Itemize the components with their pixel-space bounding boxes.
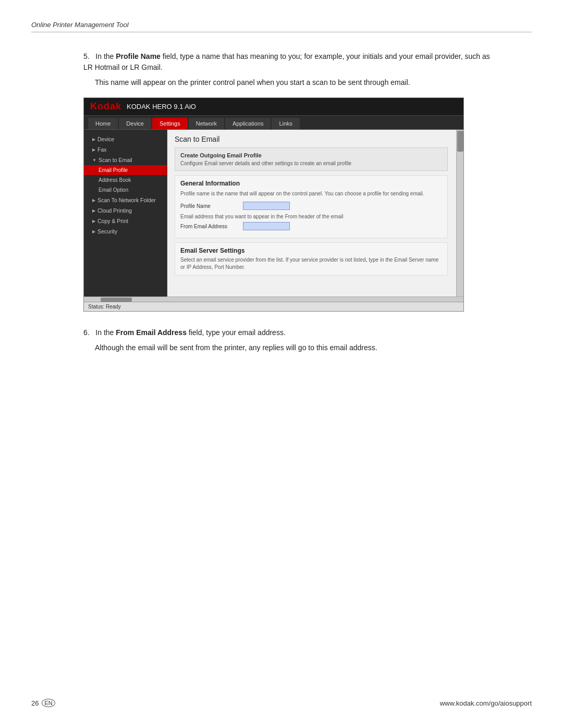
step-5-text: 5. In the Profile Name field, type a nam… — [83, 51, 500, 73]
create-section-title: Create Outgoing Email Profile — [180, 152, 442, 158]
step-6-text-after: field, type your email address. — [187, 328, 286, 337]
header-title: Online Printer Management Tool — [31, 21, 129, 29]
general-info-section: General Information Profile name is the … — [175, 175, 448, 238]
step-6: 6. In the From Email Address field, type… — [83, 327, 500, 353]
status-text: Status: Ready — [88, 304, 121, 310]
sidebar-label-copy-print: Copy & Print — [97, 218, 128, 224]
step-6-bold: From Email Address — [116, 328, 187, 337]
main-content-area: Scan to Email Create Outgoing Email Prof… — [167, 130, 463, 297]
page-header: Online Printer Management Tool — [31, 21, 532, 32]
profile-name-row: Profile Name — [180, 202, 442, 210]
arrow-security: ▶ — [92, 229, 95, 234]
tab-applications[interactable]: Applications — [225, 118, 271, 129]
arrow-fax: ▶ — [92, 147, 95, 152]
profile-name-label: Profile Name — [180, 203, 243, 209]
sidebar-item-email-profile[interactable]: Email Profile — [84, 165, 167, 175]
sidebar-label-network-folder: Scan To Network Folder — [97, 197, 156, 203]
content-area: 5. In the Profile Name field, type a nam… — [31, 35, 532, 353]
general-info-desc: Profile name is the name that will appea… — [180, 190, 442, 198]
arrow-copy-print: ▶ — [92, 219, 95, 224]
sidebar-item-copy-print[interactable]: ▶ Copy & Print — [84, 216, 167, 226]
step-6-sub: Although the email will be sent from the… — [95, 342, 500, 353]
arrow-network-folder: ▶ — [92, 198, 95, 203]
sidebar-item-email-option[interactable]: Email Option — [84, 185, 167, 195]
step-6-text-before: In the — [95, 328, 116, 337]
sidebar-item-security[interactable]: ▶ Security — [84, 226, 167, 237]
sidebar-label-email-profile: Email Profile — [99, 167, 128, 173]
from-email-row: From Email Address — [180, 222, 442, 230]
tab-network[interactable]: Network — [189, 118, 224, 129]
sidebar-item-address-book[interactable]: Address Book — [84, 175, 167, 185]
sidebar-label-address-book: Address Book — [99, 177, 131, 183]
from-email-label: From Email Address — [180, 224, 243, 229]
sidebar-label-cloud: Cloud Printing — [97, 207, 132, 214]
nav-tabs: Home Device Settings Network Application… — [84, 116, 463, 130]
printer-body: ▶ Device ▶ Fax ▼ Scan to Email Email Pro… — [84, 130, 463, 297]
bottom-scrollbar[interactable] — [84, 297, 463, 302]
arrow-device: ▶ — [92, 137, 95, 142]
sidebar-item-device[interactable]: ▶ Device — [84, 134, 167, 144]
email-server-desc: Select an email service provider from th… — [180, 256, 442, 271]
kodak-header: Kodak KODAK HERO 9.1 AiO — [84, 98, 463, 116]
tab-settings[interactable]: Settings — [152, 118, 188, 129]
from-email-input[interactable] — [243, 222, 290, 230]
en-badge: EN — [42, 699, 55, 707]
sidebar-label-device: Device — [97, 136, 114, 142]
email-server-section: Email Server Settings Select an email se… — [175, 242, 448, 276]
printer-ui-screenshot: Kodak KODAK HERO 9.1 AiO Home Device Set… — [83, 97, 464, 312]
step-5-text-before: In the — [95, 52, 116, 60]
sidebar-label-fax: Fax — [97, 146, 107, 153]
tab-links[interactable]: Links — [272, 118, 300, 129]
step-6-text: 6. In the From Email Address field, type… — [83, 327, 500, 338]
step-5-number: 5. — [83, 52, 90, 60]
email-server-title: Email Server Settings — [180, 247, 442, 254]
step-5-bold: Profile Name — [116, 52, 161, 60]
kodak-model: KODAK HERO 9.1 AiO — [127, 103, 196, 110]
general-info-title: General Information — [180, 180, 442, 187]
sidebar-label-email-option: Email Option — [99, 187, 128, 193]
sidebar-item-scan-network-folder[interactable]: ▶ Scan To Network Folder — [84, 195, 167, 205]
step-6-number: 6. — [83, 328, 90, 337]
create-section: Create Outgoing Email Profile Configure … — [175, 147, 448, 171]
sidebar: ▶ Device ▶ Fax ▼ Scan to Email Email Pro… — [84, 130, 167, 297]
scrollbar-thumb — [457, 131, 463, 152]
sidebar-label-scan-email: Scan to Email — [99, 157, 132, 163]
tab-home[interactable]: Home — [88, 118, 118, 129]
status-bar: Status: Ready — [84, 302, 463, 311]
sidebar-item-cloud-printing[interactable]: ▶ Cloud Printing — [84, 205, 167, 216]
arrow-scan-email: ▼ — [92, 158, 96, 163]
tab-device[interactable]: Device — [119, 118, 151, 129]
page-title: Scan to Email — [175, 135, 448, 143]
step-5: 5. In the Profile Name field, type a nam… — [83, 51, 500, 88]
create-section-desc: Configure Email server details and other… — [180, 161, 442, 166]
h-scroll-thumb — [101, 298, 132, 302]
page-number: 26 EN — [31, 699, 55, 707]
scrollbar[interactable] — [456, 130, 463, 297]
arrow-cloud: ▶ — [92, 208, 95, 213]
footer-website: www.kodak.com/go/aiosupport — [440, 699, 532, 707]
step-5-sub: This name will appear on the printer con… — [95, 77, 500, 88]
profile-name-input[interactable] — [243, 202, 290, 210]
sidebar-item-scan-to-email[interactable]: ▼ Scan to Email — [84, 155, 167, 165]
kodak-logo: Kodak — [90, 101, 121, 112]
sidebar-label-security: Security — [97, 228, 117, 235]
page-number-text: 26 — [31, 699, 39, 707]
from-header-desc: Email address that you want to appear in… — [180, 213, 442, 220]
page-footer: 26 EN www.kodak.com/go/aiosupport — [31, 699, 532, 707]
sidebar-item-fax[interactable]: ▶ Fax — [84, 144, 167, 155]
